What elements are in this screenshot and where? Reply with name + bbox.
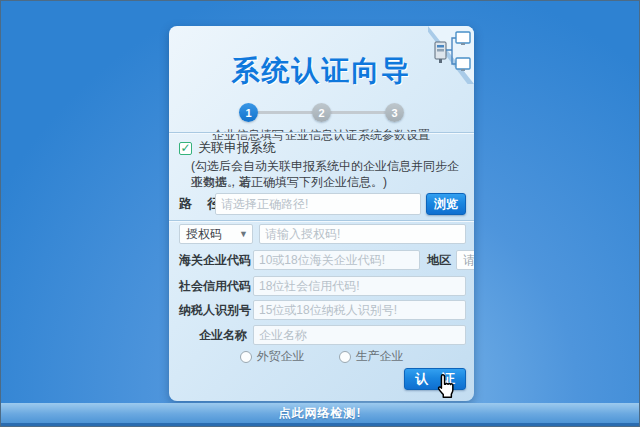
customs-code-input[interactable] <box>253 250 420 270</box>
link-system-label: 关联申报系统 <box>198 139 276 157</box>
path-label: 路 径 <box>179 195 215 213</box>
checkbox-checked-icon[interactable]: ✓ <box>179 142 192 155</box>
chevron-down-icon: ▼ <box>239 229 248 239</box>
credit-code-label: 社会信用代码 <box>179 278 253 295</box>
path-input[interactable] <box>215 193 421 215</box>
region-select[interactable]: 请选择! ▼ <box>456 250 474 270</box>
taxpayer-id-label: 纳税人识别号 <box>179 302 253 319</box>
wizard-window: { "window": { "footer_link": "点此网络检测!" }… <box>0 0 640 427</box>
enterprise-name-input[interactable] <box>253 325 466 345</box>
auth-type-select-value: 授权码 <box>186 226 222 243</box>
radio-foreign-trade-label: 外贸企业 <box>257 348 305 365</box>
auth-code-input[interactable] <box>259 224 466 244</box>
path-row: 路 径 浏览 <box>179 193 466 215</box>
radio-production-label: 生产企业 <box>356 348 404 365</box>
region-label: 地区 <box>420 252 456 269</box>
radio-unchecked-icon[interactable] <box>339 351 351 363</box>
enterprise-name-row: 企业名称 <box>179 325 466 345</box>
page-title: 系统认证向导 <box>169 52 474 90</box>
region-select-value: 请选择! <box>463 252 474 269</box>
credit-code-input[interactable] <box>253 276 466 296</box>
taxpayer-id-input[interactable] <box>253 300 466 320</box>
radio-unchecked-icon[interactable] <box>240 351 252 363</box>
radio-foreign-trade[interactable]: 外贸企业 <box>240 348 305 365</box>
auth-wizard-dialog: 系统认证向导 1 2 3 企业信息填写 企业信息认证 系统参数设置 ✓ 关联申报… <box>169 26 474 401</box>
enterprise-type-radio-group: 外贸企业 生产企业 <box>169 348 474 365</box>
taxpayer-id-row: 纳税人识别号 <box>179 300 466 320</box>
step-3-label: 系统参数设置 <box>349 127 439 144</box>
link-declaration-system-checkbox-row[interactable]: ✓ 关联申报系统 <box>179 139 276 157</box>
step-3-circle: 3 <box>385 103 404 122</box>
divider <box>169 220 474 221</box>
customs-code-label: 海关企业代码 <box>179 252 253 269</box>
divider <box>169 132 474 133</box>
link-system-description-line2: 不勾选，请正确填写下列企业信息。) <box>191 174 463 190</box>
radio-production[interactable]: 生产企业 <box>339 348 404 365</box>
authenticate-button[interactable]: 认 证 <box>404 368 466 390</box>
browse-button[interactable]: 浏览 <box>426 193 466 215</box>
customs-code-row: 海关企业代码 地区 请选择! ▼ <box>179 250 466 270</box>
step-1-circle: 1 <box>239 103 258 122</box>
auth-type-select[interactable]: 授权码 ▼ <box>179 224 253 244</box>
auth-code-row: 授权码 ▼ <box>179 224 466 244</box>
network-check-link[interactable]: 点此网络检测! <box>279 405 362 422</box>
credit-code-row: 社会信用代码 <box>179 276 466 296</box>
enterprise-name-label: 企业名称 <box>179 327 253 344</box>
step-2-circle: 2 <box>312 103 331 122</box>
footer-bar: 点此网络检测! <box>1 403 639 426</box>
